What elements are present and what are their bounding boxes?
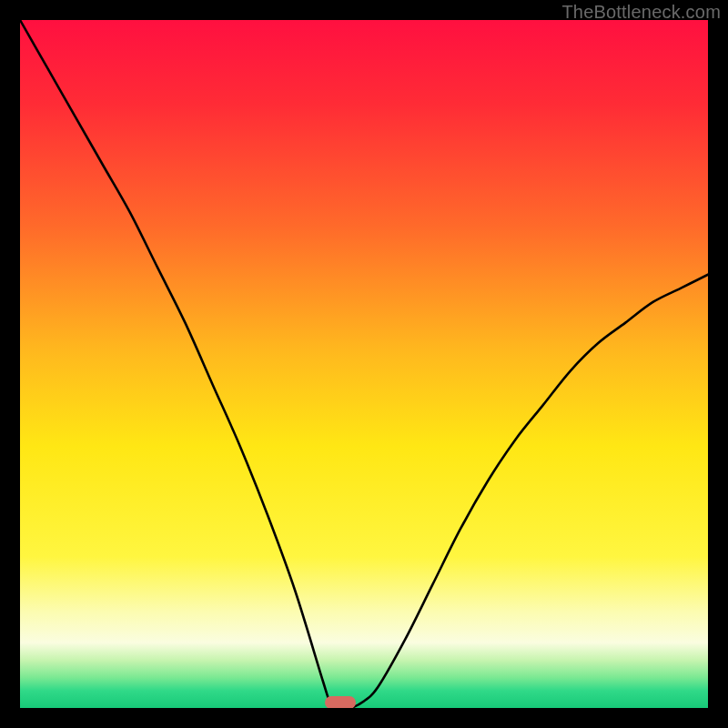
curve-layer [20, 20, 708, 708]
chart-frame: TheBottleneck.com [0, 0, 728, 728]
optimum-marker [325, 696, 356, 708]
plot-area [20, 20, 708, 708]
bottleneck-curve [20, 20, 708, 708]
